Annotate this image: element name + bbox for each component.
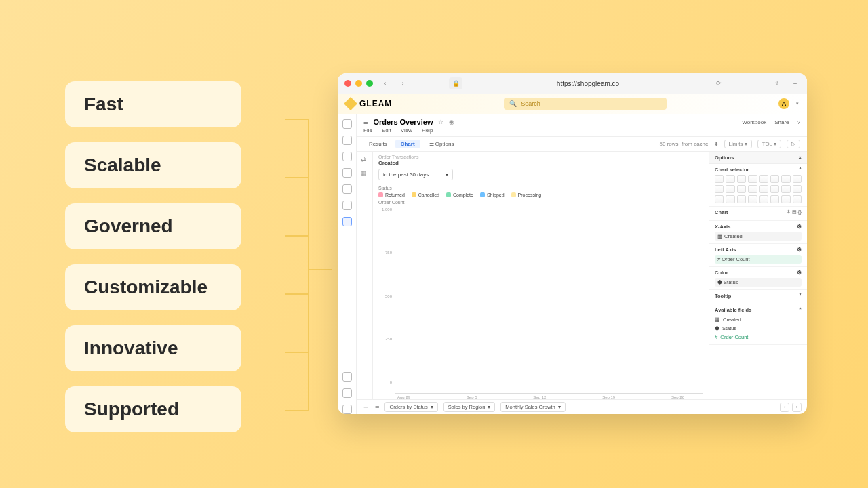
settings-icon[interactable]: ⚙ xyxy=(797,224,802,230)
menu-view[interactable]: View xyxy=(401,127,412,134)
chart-type-icon[interactable] xyxy=(770,195,779,203)
legend-item[interactable]: Cancelled xyxy=(412,192,439,197)
chart-type-icon[interactable] xyxy=(760,195,768,203)
forward-button[interactable]: › xyxy=(397,78,408,89)
sheet-tab[interactable]: Orders by Status▾ xyxy=(384,402,437,412)
y-axis-title: Order Count xyxy=(378,200,703,205)
date-range-dropdown[interactable]: in the past 30 days▾ xyxy=(378,169,453,180)
menu-file[interactable]: File xyxy=(363,127,372,134)
back-button[interactable]: ‹ xyxy=(380,78,391,89)
chevron-down-icon[interactable]: ▾ xyxy=(796,101,799,106)
reload-icon[interactable]: ⟳ xyxy=(713,78,724,89)
legend-item[interactable]: Returned xyxy=(378,192,405,197)
chart-type-icon[interactable] xyxy=(770,185,779,193)
history-icon[interactable] xyxy=(342,201,352,210)
visibility-icon[interactable]: ◉ xyxy=(449,119,454,125)
sheets-menu-icon[interactable]: ≡ xyxy=(375,403,379,411)
sheet-tab[interactable]: Sales by Region▾ xyxy=(443,402,496,412)
star-icon[interactable]: ☆ xyxy=(438,119,443,125)
app-header: GLEAM 🔍 Search A ▾ xyxy=(338,94,807,114)
gear-icon[interactable] xyxy=(342,372,352,382)
available-fields-label: Available fields xyxy=(715,307,751,313)
chevron-up-icon[interactable]: ˄ xyxy=(799,167,802,173)
chevron-up-icon[interactable]: ˄ xyxy=(799,307,802,313)
help-circle-icon[interactable]: ? xyxy=(797,119,800,125)
tol-dropdown[interactable]: TOL ▾ xyxy=(757,140,781,148)
chart-type-icon[interactable] xyxy=(748,185,757,193)
chart-type-icon[interactable] xyxy=(715,185,724,193)
chart-type-icon[interactable] xyxy=(793,175,802,183)
menu-help[interactable]: Help xyxy=(422,127,433,134)
options-toggle[interactable]: ☰ Options xyxy=(429,141,454,147)
next-sheet-button[interactable]: › xyxy=(792,403,802,412)
hamburger-icon[interactable]: ≡ xyxy=(363,118,368,126)
leftaxis-label: Left Axis xyxy=(715,247,736,253)
new-tab-icon[interactable]: ＋ xyxy=(789,78,800,89)
chart-type-icon[interactable] xyxy=(770,175,779,183)
tab-chart[interactable]: Chart xyxy=(395,140,420,148)
chart-type-icon[interactable] xyxy=(760,185,768,193)
address-bar[interactable]: https://shopgleam.co xyxy=(469,80,707,87)
home-icon[interactable] xyxy=(342,119,352,129)
calendar-icon[interactable]: ▦ xyxy=(361,169,369,178)
legend-item[interactable]: Processing xyxy=(511,192,542,197)
shuffle-icon[interactable]: ⇄ xyxy=(361,156,369,164)
limits-dropdown[interactable]: Limits ▾ xyxy=(724,140,752,148)
menu-edit[interactable]: Edit xyxy=(382,127,391,134)
chart-type-icon[interactable] xyxy=(737,175,746,183)
brand-logo[interactable]: GLEAM xyxy=(346,99,392,108)
settings-icon[interactable]: ⚙ xyxy=(797,247,802,253)
chart-tabs-icon[interactable]: ⬍ ⬒ {} xyxy=(787,209,802,216)
xaxis-field[interactable]: ▦ Created xyxy=(715,232,802,241)
chart-type-icon[interactable] xyxy=(726,195,734,203)
run-button[interactable]: ▷ xyxy=(787,140,800,148)
chart-type-icon[interactable] xyxy=(726,185,734,193)
chart-type-icon[interactable] xyxy=(748,195,757,203)
browser-window: ‹ › 🔒 https://shopgleam.co ⟳ ⇪ ＋ GLEAM 🔍… xyxy=(338,73,807,414)
chart-type-icon[interactable] xyxy=(715,195,724,203)
target-icon[interactable] xyxy=(342,168,352,178)
chart-type-icon[interactable] xyxy=(726,175,734,183)
share-icon[interactable]: ⇪ xyxy=(772,78,783,89)
close-icon[interactable] xyxy=(344,80,351,87)
x-axis: Aug 29Sep 5Sep 12Sep 19Sep 26 xyxy=(378,394,703,399)
chart-type-icon[interactable] xyxy=(781,195,790,203)
chart-type-icon[interactable] xyxy=(793,195,802,203)
avatar[interactable]: A xyxy=(778,98,789,109)
search-input[interactable]: 🔍 Search xyxy=(504,98,667,110)
download-icon[interactable]: ⬇ xyxy=(714,141,719,147)
chart-type-icon[interactable] xyxy=(737,195,746,203)
legend-item[interactable]: Complete xyxy=(446,192,473,197)
available-field[interactable]: ⬢ Status xyxy=(715,324,802,333)
color-field[interactable]: ⬢ Status xyxy=(715,278,802,287)
minimize-icon[interactable] xyxy=(355,80,362,87)
share-link[interactable]: Share xyxy=(774,119,789,125)
available-field[interactable]: # Order Count xyxy=(715,333,802,342)
settings-icon[interactable]: ⚙ xyxy=(797,270,802,276)
legend-item[interactable]: Shipped xyxy=(480,192,505,197)
chart-type-icon[interactable] xyxy=(781,185,790,193)
tab-results[interactable]: Results xyxy=(363,140,393,148)
chart-type-icon[interactable] xyxy=(760,175,768,183)
workbook-link[interactable]: Workbook xyxy=(742,119,766,125)
chart-type-icon[interactable] xyxy=(793,185,802,193)
available-field[interactable]: ▦ Created xyxy=(715,315,802,324)
clipboard-icon[interactable] xyxy=(342,152,352,161)
databases-icon[interactable] xyxy=(342,136,352,145)
maximize-icon[interactable] xyxy=(366,80,373,87)
sheet-tab[interactable]: Monthly Sales Growth▾ xyxy=(500,402,565,412)
add-sheet-button[interactable]: ＋ xyxy=(362,402,370,412)
chart-type-grid xyxy=(715,175,802,203)
prev-sheet-button[interactable]: ‹ xyxy=(780,403,789,412)
analytics-icon[interactable] xyxy=(342,217,352,226)
exit-icon[interactable] xyxy=(342,405,352,414)
chevron-down-icon[interactable]: ˅ xyxy=(799,293,802,299)
chart-type-icon[interactable] xyxy=(737,185,746,193)
close-icon[interactable]: × xyxy=(799,155,802,161)
leftaxis-field[interactable]: # Order Count xyxy=(715,255,802,264)
chart-type-icon[interactable] xyxy=(781,175,790,183)
users-icon[interactable] xyxy=(342,184,352,194)
help-icon[interactable] xyxy=(342,388,352,398)
chart-type-icon[interactable] xyxy=(748,175,757,183)
chart-type-icon[interactable] xyxy=(715,175,724,183)
